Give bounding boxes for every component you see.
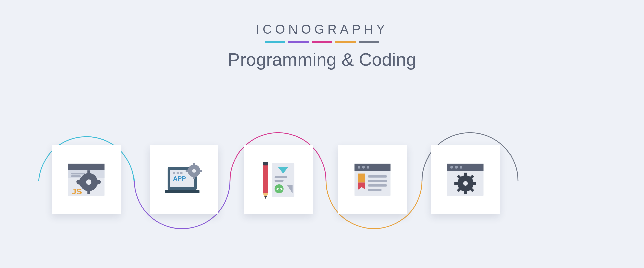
svg-rect-59 [464, 190, 467, 194]
svg-point-42 [358, 166, 360, 169]
svg-rect-22 [180, 172, 183, 174]
svg-rect-61 [472, 182, 476, 185]
svg-rect-58 [464, 173, 467, 177]
svg-point-24 [192, 169, 196, 173]
svg-point-43 [362, 166, 365, 169]
icon-card [338, 145, 407, 214]
svg-point-44 [367, 166, 369, 169]
svg-marker-39 [264, 196, 267, 199]
svg-rect-46 [368, 180, 387, 182]
svg-rect-49 [358, 174, 365, 183]
svg-rect-47 [368, 184, 387, 187]
header: ICONOGRAPHY Programming & Coding [0, 0, 644, 70]
web-certificate-icon [350, 157, 395, 203]
svg-rect-31 [275, 176, 287, 178]
js-settings-icon: JS [64, 157, 109, 203]
svg-text:JS: JS [72, 187, 82, 196]
svg-rect-8 [87, 189, 90, 194]
svg-point-57 [463, 181, 468, 186]
svg-text:APP: APP [173, 175, 186, 182]
svg-rect-48 [368, 189, 382, 191]
svg-rect-1 [68, 164, 105, 170]
brand-underline [0, 41, 644, 43]
svg-point-54 [455, 166, 458, 169]
brand-label: ICONOGRAPHY [0, 22, 644, 37]
icon-card: JS [52, 145, 121, 214]
svg-rect-28 [199, 170, 202, 172]
svg-rect-27 [186, 170, 189, 172]
svg-rect-25 [193, 163, 195, 166]
icon-cards: JS APP [0, 97, 644, 255]
svg-rect-21 [177, 172, 179, 174]
svg-rect-7 [87, 170, 90, 175]
icon-card: <> [244, 145, 313, 214]
icon-stage: JS APP [0, 97, 644, 255]
browser-gear-icon [443, 157, 488, 203]
svg-rect-26 [193, 176, 195, 179]
svg-rect-3 [71, 173, 85, 174]
svg-rect-37 [263, 162, 268, 166]
page-title: Programming & Coding [0, 49, 644, 70]
underline-segment [359, 41, 379, 43]
svg-rect-36 [263, 164, 268, 193]
svg-point-53 [450, 166, 453, 169]
svg-text:<>: <> [276, 186, 283, 192]
svg-point-6 [86, 179, 91, 185]
icon-card: APP [150, 145, 218, 214]
svg-rect-60 [454, 182, 459, 185]
underline-segment [265, 41, 285, 43]
svg-rect-18 [165, 190, 200, 193]
design-document-icon: <> [256, 157, 301, 203]
app-develop-icon: APP [161, 157, 207, 203]
svg-rect-45 [368, 175, 387, 178]
svg-rect-32 [275, 180, 284, 182]
svg-rect-4 [71, 175, 81, 177]
svg-rect-20 [173, 172, 175, 174]
svg-point-55 [460, 166, 462, 169]
icon-card [431, 145, 500, 214]
underline-segment [288, 41, 309, 43]
underline-segment [335, 41, 356, 43]
underline-segment [312, 41, 332, 43]
